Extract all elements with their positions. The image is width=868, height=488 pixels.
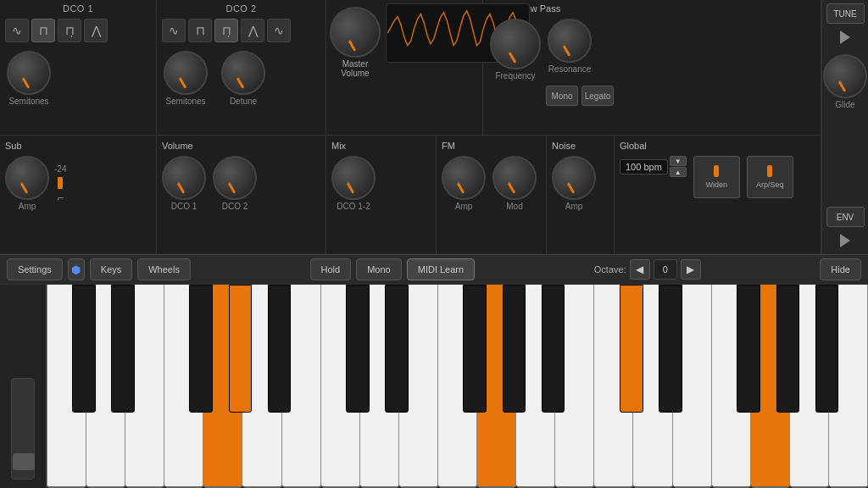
sub-title: Sub [5,141,151,151]
mono-button[interactable]: Mono [546,86,578,106]
noise-knob-row: Amp [552,156,609,211]
dco-row: DCO 1 ∿ ⊓ ⊓̣ ⋀ Semitones [0,0,821,136]
dco1-wave-pulse[interactable]: ⊓̣ [58,19,81,42]
master-volume-knob[interactable] [330,7,381,58]
sub-amp-knob[interactable] [5,156,49,200]
black-key[interactable] [346,285,370,413]
bottom-toolbar: Settings ⬢ Keys Wheels Hold Mono MIDI Le… [0,254,868,285]
fm-section: FM Amp Mod [437,136,547,254]
lower-section: Sub Amp -24 ⌐ [0,136,821,254]
filter-frequency-label: Frequency [495,71,535,80]
black-key[interactable] [111,285,135,413]
bluetooth-button[interactable]: ⬢ [68,258,85,280]
volume-dco1-label: DCO 1 [171,202,198,211]
noise-amp-label: Amp [565,202,583,211]
dco2-semitones-label: Semitones [165,97,205,106]
dco2-wave-sine[interactable]: ∿ [162,19,186,42]
synth-top: DCO 1 ∿ ⊓ ⊓̣ ⋀ Semitones [0,0,868,254]
hide-button[interactable]: Hide [820,258,861,280]
glide-knob[interactable] [823,54,867,98]
dco2-wave-pulse[interactable]: ⊓̣ [214,19,238,42]
master-volume-label: MasterVolume [341,59,369,78]
dco1-semitones-label: Semitones [8,97,48,106]
black-key[interactable] [268,285,292,413]
sub-wave-icon: ⌐ [57,192,64,203]
octave-up-btn[interactable]: ▶ [681,259,701,280]
widen-label: Widen [706,180,728,189]
black-key[interactable] [72,285,96,413]
noise-amp-knob[interactable] [552,156,596,200]
global-section: Global 100 bpm ▼ ▲ [615,136,821,254]
volume-dco2-label: DCO 2 [222,202,248,211]
bpm-down-btn[interactable]: ▼ [670,156,687,166]
fm-mod-knob[interactable] [492,156,537,200]
sub-section: Sub Amp -24 ⌐ [0,136,157,254]
dco2-detune-knob-container: Detune [221,51,265,106]
dco1-section: DCO 1 ∿ ⊓ ⊓̣ ⋀ Semitones [0,0,157,135]
dco2-detune-knob[interactable] [221,51,265,95]
env-button[interactable]: ENV [826,207,865,227]
volume-dco2-knob[interactable] [213,156,257,200]
legato-button[interactable]: Legato [581,86,614,106]
volume-knob-row: DCO 1 DCO 2 [162,156,320,211]
wheels-button[interactable]: Wheels [137,258,191,280]
volume-title: Volume [162,141,320,151]
midi-learn-button[interactable]: MIDI Learn [407,258,475,280]
piano-keys [47,285,868,488]
mix-title: Mix [331,141,431,151]
volume-dco1-knob[interactable] [162,156,206,200]
mono-mode-button[interactable]: Mono [356,258,402,280]
black-key[interactable] [229,285,253,413]
octave-value: 0 [654,259,677,280]
dco1-semitones-knob[interactable] [7,51,51,95]
mix-knob-row: DCO 1-2 [331,156,431,211]
bpm-display: 100 bpm ▼ ▲ [620,156,687,177]
black-key[interactable] [503,285,526,413]
env-arrow[interactable] [840,234,850,247]
dco2-semitones-knob[interactable] [164,51,208,95]
pitch-slider[interactable] [11,378,35,480]
dco2-wave-rev[interactable]: ∿ [267,19,291,42]
dco2-wave-square[interactable]: ⊓ [188,19,212,42]
filter-frequency-knob[interactable] [490,19,541,69]
dco1-semitones-knob-container: Semitones [7,51,51,106]
global-title: Global [620,141,815,151]
black-key[interactable] [542,285,565,413]
glide-label: Glide [835,100,854,109]
settings-button[interactable]: Settings [7,258,63,280]
fm-amp-label: Amp [455,202,473,211]
keys-button[interactable]: Keys [90,258,132,280]
mix-dco12-knob[interactable] [331,156,376,200]
dco2-detune-label: Detune [230,97,257,106]
widen-button[interactable]: Widen [693,156,740,198]
dco1-wave-saw[interactable]: ⋀ [84,19,108,42]
black-key[interactable] [776,285,800,413]
black-key[interactable] [620,285,643,413]
tune-button[interactable]: TUNE [826,3,865,24]
mono-legato-buttons: Mono Legato [546,86,817,106]
dco1-wave-sine[interactable]: ∿ [5,19,29,42]
arp-indicator [767,165,772,177]
black-key[interactable] [659,285,682,413]
arp-label: Arp/Seq [756,180,784,189]
dco2-wave-saw[interactable]: ⋀ [241,19,264,42]
black-key[interactable] [385,285,409,413]
black-key[interactable] [737,285,760,413]
black-key[interactable] [463,285,487,413]
volume-dco2-container: DCO 2 [213,156,257,211]
black-key[interactable] [815,285,839,413]
noise-section: Noise Amp [547,136,615,254]
tune-arrow[interactable] [840,30,850,44]
hold-button[interactable]: Hold [310,258,352,280]
volume-section: Volume DCO 1 DCO 2 [157,136,326,254]
octave-label: Octave: [594,264,626,274]
octave-down-btn[interactable]: ◀ [630,259,650,280]
bpm-up-btn[interactable]: ▲ [670,167,687,177]
arp-seq-button[interactable]: Arp/Seq [747,156,793,198]
sub-db-value: -24 [54,164,66,174]
fm-amp-knob[interactable] [442,156,486,200]
dco1-wave-square[interactable]: ⊓ [31,19,55,42]
synth-container: DCO 1 ∿ ⊓ ⊓̣ ⋀ Semitones [0,0,868,488]
black-key[interactable] [189,285,213,413]
filter-resonance-knob[interactable] [548,19,592,63]
